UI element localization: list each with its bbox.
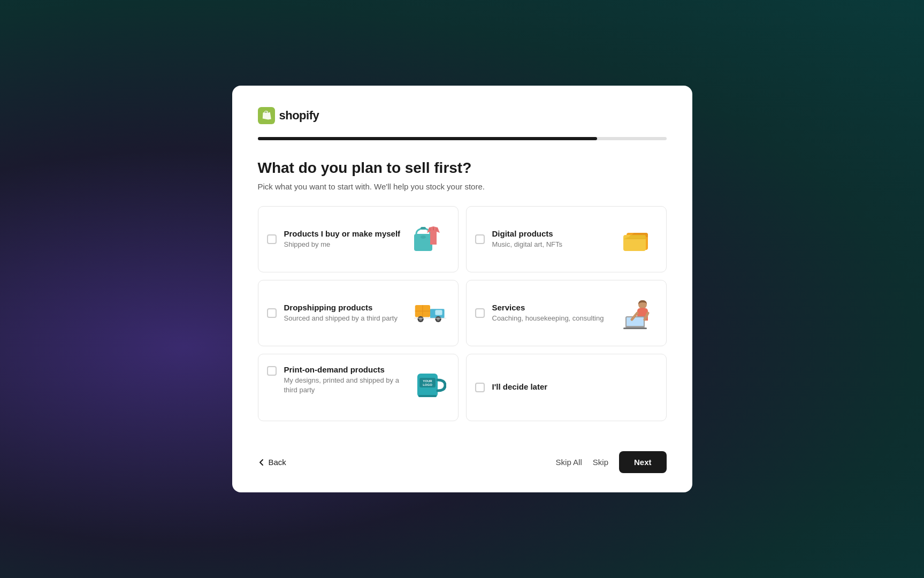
custom-mug-icon: YOUR LOGO [413,366,447,400]
checkbox-digital[interactable] [475,234,485,244]
footer: Back Skip All Skip Next [258,443,667,473]
options-grid: Products I buy or make myself Shipped by… [258,206,667,421]
main-modal: shopify What do you plan to sell first? … [232,86,692,492]
question-subtitle: Pick what you want to start with. We'll … [258,182,667,191]
footer-right: Skip All Skip Next [556,451,667,473]
option-subtitle-services: Coaching, housekeeping, consulting [492,314,614,323]
option-text-decide-later: I'll decide later [492,382,614,393]
progress-bar-fill [258,137,597,140]
option-title-digital: Digital products [492,229,614,238]
option-title-dropshipping: Dropshipping products [284,303,406,312]
option-subtitle-physical: Shipped by me [284,240,406,249]
option-services[interactable]: Services Coaching, housekeeping, consult… [466,280,667,346]
option-print-demand[interactable]: Print-on-demand products My designs, pri… [258,354,459,421]
checkbox-decide-later[interactable] [475,383,485,392]
svg-rect-19 [627,317,644,326]
option-title-services: Services [492,303,614,312]
checkbox-physical[interactable] [267,234,277,244]
option-subtitle-digital: Music, digital art, NFTs [492,240,614,249]
checkbox-services[interactable] [475,308,485,318]
option-text-physical: Products I buy or make myself Shipped by… [284,229,406,249]
svg-rect-20 [623,328,647,329]
option-text-dropshipping: Dropshipping products Sourced and shippe… [284,303,406,323]
shopify-wordmark: shopify [279,109,319,123]
option-text-print-demand: Print-on-demand products My designs, pri… [284,365,406,395]
no-icon [621,370,655,405]
delivery-truck-icon [413,296,447,330]
svg-text:YOUR: YOUR [423,379,432,383]
option-title-physical: Products I buy or make myself [284,229,406,238]
option-text-digital: Digital products Music, digital art, NFT… [492,229,614,249]
option-title-print-demand: Print-on-demand products [284,365,406,374]
back-button[interactable]: Back [258,458,286,467]
svg-point-3 [421,235,426,239]
svg-rect-27 [418,395,437,397]
progress-bar-container [258,137,667,140]
option-decide-later[interactable]: I'll decide later [466,354,667,421]
folder-stack-icon [621,222,655,256]
question-title: What do you plan to sell first? [258,159,667,177]
option-text-services: Services Coaching, housekeeping, consult… [492,303,614,323]
skip-all-button[interactable]: Skip All [556,458,582,467]
svg-rect-6 [625,237,645,238]
logo-area: shopify [258,107,667,124]
skip-button[interactable]: Skip [593,458,608,467]
checkbox-dropshipping[interactable] [267,308,277,318]
svg-text:LOGO: LOGO [423,383,432,386]
option-subtitle-print-demand: My designs, printed and shipped by a thi… [284,376,406,395]
option-title-decide-later: I'll decide later [492,382,614,391]
option-subtitle-dropshipping: Sourced and shipped by a third party [284,314,406,323]
svg-rect-2 [421,227,426,230]
bag-shirt-icon [413,222,447,256]
shopify-bag-icon [258,107,275,124]
option-digital[interactable]: Digital products Music, digital art, NFT… [466,206,667,272]
back-chevron-icon [258,459,265,466]
option-dropshipping[interactable]: Dropshipping products Sourced and shippe… [258,280,459,346]
person-laptop-icon [621,296,655,330]
option-physical[interactable]: Products I buy or make myself Shipped by… [258,206,459,272]
svg-rect-11 [435,310,442,315]
checkbox-print-demand[interactable] [267,366,277,376]
next-button[interactable]: Next [619,451,667,473]
